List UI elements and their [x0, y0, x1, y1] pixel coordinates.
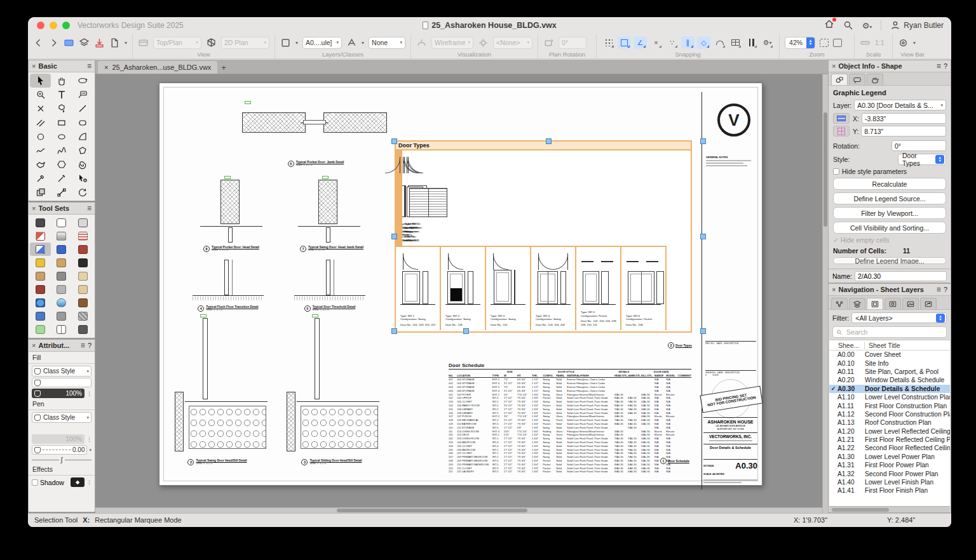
- text-tool[interactable]: [51, 88, 72, 102]
- pen-style-select[interactable]: Class Style▾: [32, 412, 92, 423]
- viewports-tab[interactable]: [884, 298, 901, 309]
- toolset-cabinet[interactable]: [72, 283, 93, 296]
- toolset-piping[interactable]: [51, 256, 72, 269]
- lineweight-select[interactable]: 0.00: [32, 445, 87, 455]
- marquee-zoom-icon[interactable]: [820, 39, 829, 47]
- selection-handle[interactable]: [391, 328, 397, 334]
- tab-close-icon[interactable]: ×: [104, 63, 108, 71]
- toolset-stairs[interactable]: [72, 309, 93, 323]
- back-button[interactable]: [33, 37, 44, 48]
- class-select[interactable]: None▾: [369, 37, 405, 49]
- rotation-input[interactable]: 0°: [891, 140, 946, 151]
- selection-handle[interactable]: [700, 138, 706, 144]
- sheet-row[interactable]: A1.11 First Floor Construction Plan: [829, 401, 950, 410]
- callout-tool[interactable]: [72, 88, 93, 102]
- magic-wand-tool[interactable]: [51, 171, 72, 185]
- reshape-tool[interactable]: [51, 185, 72, 199]
- oval-tool[interactable]: [51, 130, 72, 143]
- toolset-electrical[interactable]: [30, 256, 51, 269]
- arc-mode-button[interactable]: [713, 36, 726, 49]
- legend-cell[interactable]: Type: INT-1Configuration: SwingDoor No.:…: [396, 246, 441, 330]
- define-legend-image-button[interactable]: Define Legend Image...: [833, 257, 946, 264]
- fit-objects-icon[interactable]: [833, 39, 842, 47]
- background-select[interactable]: <None>▾: [493, 37, 532, 49]
- shadow-settings-button[interactable]: ◆: [71, 477, 85, 487]
- fill-style-select[interactable]: Class Style▾: [32, 366, 92, 377]
- define-legend-source-button[interactable]: Define Legend Source...: [833, 192, 946, 204]
- sheet-row[interactable]: A0.10 Site Info: [829, 359, 950, 367]
- line-style-row[interactable]: ∫: [32, 456, 92, 463]
- sheet-row[interactable]: A1.22 Second Floor Reflected Ceiling Pla…: [829, 444, 950, 452]
- references-tab[interactable]: [920, 298, 937, 309]
- legend-cell[interactable]: Type: INT-6Configuration: PocketDoor No.…: [621, 246, 667, 330]
- rotate-tool[interactable]: [72, 185, 93, 199]
- door-types-legend[interactable]: Door Types: [395, 140, 692, 333]
- toolset-fastener[interactable]: [51, 283, 72, 296]
- snapping-settings-button[interactable]: ⚙▾: [761, 36, 774, 49]
- recalculate-button[interactable]: Recalculate: [833, 178, 946, 190]
- zoom-stepper[interactable]: ▲▼: [806, 37, 815, 49]
- sheet-number-column[interactable]: Shee...: [829, 342, 865, 349]
- selection-handle[interactable]: [546, 138, 552, 144]
- double-line-tool[interactable]: [30, 116, 51, 130]
- render-mode-select[interactable]: 2D Plan▾: [221, 37, 269, 49]
- toolset-glazing[interactable]: [30, 243, 51, 256]
- sheet-row[interactable]: A0.20 Window Details & Schedule: [829, 376, 950, 384]
- polygon-tool[interactable]: [72, 143, 93, 157]
- sheet-row[interactable]: A1.12 Second Floor Construction Plan: [829, 410, 950, 418]
- sheet-row[interactable]: A1.31 First Floor Power Plan: [829, 461, 950, 469]
- attributes-help-icon[interactable]: ?: [88, 342, 92, 349]
- sheet-row[interactable]: A0.00 Cover Sheet: [829, 350, 950, 359]
- user-account[interactable]: Ryan Butler: [890, 20, 944, 30]
- sheet-row[interactable]: A1.20 Lower Level Reflected Ceiling Plan: [829, 427, 950, 436]
- toolset-solids[interactable]: [30, 229, 51, 243]
- toolset-plumbing[interactable]: [30, 309, 51, 323]
- toolset-landscape[interactable]: [30, 323, 51, 336]
- toolset-machine[interactable]: [51, 309, 72, 323]
- drawing-canvas[interactable]: 6 Typical Pocket Door: Jamb DetailScale:…: [95, 74, 828, 513]
- toolset-door[interactable]: [72, 256, 93, 269]
- arc-tool[interactable]: [72, 130, 93, 143]
- layers-icon[interactable]: [79, 37, 90, 48]
- lighting-icon[interactable]: [478, 37, 489, 48]
- settings-gear-icon[interactable]: ⚙▾: [862, 21, 872, 30]
- toolset-structural[interactable]: [51, 269, 72, 283]
- basic-menu-icon[interactable]: ≡: [87, 62, 92, 70]
- hide-style-checkbox[interactable]: [833, 168, 839, 175]
- name-input[interactable]: 2/A0.30: [855, 271, 947, 281]
- render-tab[interactable]: [867, 74, 883, 85]
- sheet-row[interactable]: A1.21 First Floor Reflected Ceiling Plan: [829, 436, 950, 444]
- attributes-menu-icon[interactable]: ≡: [81, 341, 85, 350]
- classes-tab[interactable]: [831, 298, 848, 309]
- sheet-row[interactable]: A1.10 Lower Level Construction Plan: [829, 393, 950, 401]
- legend-cell[interactable]: Type: INT-5Configuration: PocketDoor No.…: [576, 246, 621, 330]
- selection-tool[interactable]: [30, 74, 51, 88]
- sheet-list-header[interactable]: Shee... Sheet Title: [829, 340, 950, 350]
- toolsets-menu-icon[interactable]: ≡: [87, 204, 92, 213]
- home-icon[interactable]: [824, 19, 834, 32]
- eyedropper-tool[interactable]: [30, 171, 51, 185]
- new-tab-button[interactable]: +: [221, 63, 226, 72]
- filter-by-viewport-button[interactable]: Filter by Viewport...: [833, 207, 946, 219]
- regular-polygon-tool[interactable]: [51, 157, 72, 171]
- saved-view-icon[interactable]: [64, 37, 74, 48]
- select-similar-tool[interactable]: [72, 171, 93, 185]
- view-mode-select[interactable]: Top/Plan▾: [153, 37, 201, 49]
- class-icon[interactable]: [346, 37, 357, 48]
- toolset-surface[interactable]: [51, 216, 72, 229]
- spline-tool[interactable]: [51, 143, 72, 157]
- zoom-level-input[interactable]: 42% ▲▼: [785, 37, 815, 49]
- nav-menu-icon[interactable]: ≡: [937, 285, 941, 294]
- render-style-icon[interactable]: [416, 37, 427, 48]
- view-bar-chevron[interactable]: ▾: [913, 40, 916, 46]
- basic-close-icon[interactable]: ×: [32, 62, 36, 70]
- rectangle-tool[interactable]: [51, 116, 72, 130]
- x-input[interactable]: -3.833": [862, 113, 946, 124]
- saved-views-icon[interactable]: [138, 37, 149, 48]
- view-bar-icon[interactable]: [898, 37, 909, 48]
- fill-color-swatch[interactable]: [32, 378, 92, 387]
- sheet-title-column[interactable]: Sheet Title: [865, 342, 950, 349]
- toolset-3d-modeling[interactable]: [30, 216, 51, 229]
- search-icon[interactable]: [843, 20, 853, 30]
- grid-position-icon[interactable]: [833, 126, 850, 137]
